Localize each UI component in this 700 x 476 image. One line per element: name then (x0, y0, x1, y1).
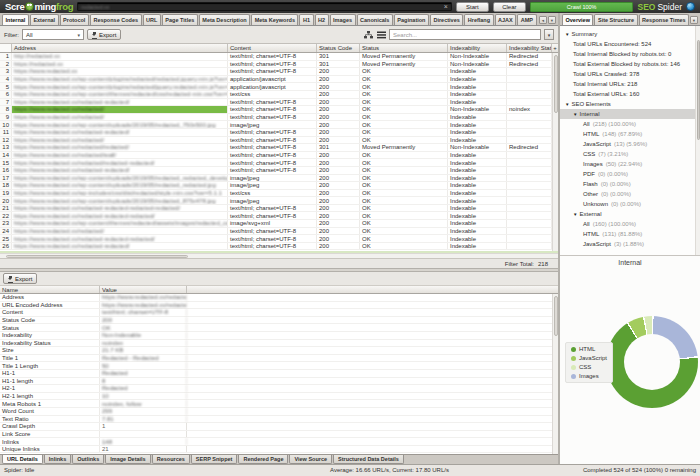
bottom-tab-outlinks[interactable]: Outlinks (72, 455, 104, 464)
overview-item-total-urls-crawled-378[interactable]: Total URLs Crawled: 378 (560, 69, 700, 79)
filter-dropdown[interactable]: All ▾ (22, 29, 84, 40)
table-row[interactable]: 18https://www.redacted.xx/wp-content/upl… (0, 182, 558, 190)
cell-address[interactable]: https://www.redacted.xx/redacted-redacte… (12, 167, 228, 174)
tree-view-icon[interactable] (363, 30, 373, 39)
cell-address[interactable]: https://www.redacted.xx/redacted/redacte… (12, 159, 228, 166)
overview-item-internal[interactable]: ▼Internal (560, 109, 700, 119)
bottom-tab-rendered-page[interactable]: Rendered Page (238, 455, 288, 464)
tab-protocol[interactable]: Protocol (60, 14, 89, 25)
overview-item-javascript[interactable]: JavaScript(13) (5.96%) (560, 139, 700, 149)
col-content[interactable]: Content (228, 44, 317, 52)
table-row[interactable]: 7https://www.redacted.xx/redacted-redact… (0, 99, 558, 107)
overview-item-total-external-urls-160[interactable]: Total External URLs: 160 (560, 89, 700, 99)
table-horizontal-scrollbar[interactable] (0, 253, 558, 258)
table-row[interactable]: 6https://www.redacted.xx/wp-content/them… (0, 91, 558, 99)
col-indexability[interactable]: Indexability (448, 44, 507, 52)
overview-item-html[interactable]: HTML(131) (81.88%) (560, 229, 700, 239)
tab-amp[interactable]: AMP (517, 14, 536, 25)
cell-address[interactable]: https://www.redacted.xx/redacted-redacte… (12, 99, 228, 106)
table-row[interactable]: 22https://www.redacted.xx/redacted-redac… (0, 212, 558, 220)
tab-directives[interactable]: Directives (430, 14, 463, 25)
scrollbar-thumb[interactable] (697, 40, 700, 140)
bottom-tab-resources[interactable]: Resources (152, 455, 190, 464)
table-row[interactable]: 3https://www.redacted.xxtext/html; chars… (0, 68, 558, 76)
table-row[interactable]: 15https://www.redacted.xx/redacted/redac… (0, 159, 558, 167)
export-button[interactable]: Export (87, 29, 121, 40)
overview-item-total-external-blocked-by-robots-txt-146[interactable]: Total External Blocked by robots.txt: 14… (560, 59, 700, 69)
cell-address[interactable]: https://www.redacted.xx/wp-content/plugi… (12, 76, 228, 83)
overview-item-flash[interactable]: Flash(0) (0.00%) (560, 179, 700, 189)
details-row[interactable]: IndexabilityNon-Indexable (0, 332, 558, 340)
details-row[interactable]: Word Count299 (0, 408, 558, 416)
tab-images[interactable]: Images (330, 14, 356, 25)
tab-scroll-left-icon[interactable]: ◂ (539, 16, 547, 24)
tab-h1[interactable]: H1 (299, 14, 313, 25)
details-row[interactable]: H2-1Redacted (0, 385, 558, 393)
col-name[interactable]: Name (0, 286, 100, 293)
cell-address[interactable]: https://www.redacted.xx/redacted/ (12, 106, 228, 113)
cell-address[interactable]: https://www.redacted.xx/wp-content/uploa… (12, 121, 228, 128)
panel-tab-response-times[interactable]: Response Times (639, 14, 689, 25)
table-row[interactable]: 26https://www.redacted.xx/redacted-redac… (0, 243, 558, 251)
tab-hreflang[interactable]: Hreflang (464, 14, 493, 25)
table-row[interactable]: 5https://www.redacted.xx/wp-content/plug… (0, 83, 558, 91)
details-row[interactable]: Title 1 Length50 (0, 362, 558, 370)
table-row[interactable]: 24https://www.redacted.xx/redacted/text/… (0, 228, 558, 236)
cell-address[interactable]: https://www.redacted.xx/redacted-redacte… (12, 212, 228, 219)
overview-item-images[interactable]: Images(50) (22.94%) (560, 159, 700, 169)
details-row[interactable]: Title 1Redacted - Redacted (0, 355, 558, 363)
bottom-tab-inlinks[interactable]: Inlinks (44, 455, 71, 464)
cell-address[interactable]: https://www.redacted.xx/wp-content/uploa… (12, 175, 228, 182)
table-row[interactable]: 12https://www.redacted.xx/redacted/text/… (0, 137, 558, 145)
details-row[interactable]: H2-1 length10 (0, 393, 558, 401)
cell-address[interactable]: http://redacted.xx (12, 53, 228, 60)
cell-address[interactable]: https://www.redacted.xx/redacted-redacte… (12, 235, 228, 242)
table-row[interactable]: 19https://www.redacted.xx/wp-includes/cs… (0, 190, 558, 198)
cell-address[interactable]: https://www.redacted.xx/redacted/redacte… (12, 144, 228, 151)
cell-address[interactable]: https://redacted.xx (12, 61, 228, 68)
tab-meta-description[interactable]: Meta Description (199, 14, 250, 25)
scrollbar-thumb[interactable] (554, 55, 558, 113)
overview-item-unknown[interactable]: Unknown(0) (0.00%) (560, 199, 700, 209)
table-row[interactable]: 8https://www.redacted.xx/redacted/text/h… (0, 106, 558, 114)
cell-address[interactable]: https://www.redacted.xx/redacted/wall/ (12, 152, 228, 159)
tab-response-codes[interactable]: Response Codes (90, 14, 142, 25)
details-row[interactable]: H1-1 length8 (0, 378, 558, 386)
tab-ajax[interactable]: AJAX (495, 14, 517, 25)
url-input[interactable]: redacted.xx × (77, 2, 452, 11)
table-row[interactable]: 25https://www.redacted.xx/redacted-redac… (0, 235, 558, 243)
cell-address[interactable]: https://www.redacted.xx/wp-content/uploa… (12, 197, 228, 204)
tab-h2[interactable]: H2 (315, 14, 329, 25)
details-row[interactable]: URL Encoded Addresshttps://www.redacted.… (0, 302, 558, 310)
bottom-tab-serp-snippet[interactable]: SERP Snippet (191, 455, 238, 464)
bottom-tab-url-details[interactable]: URL Details (2, 455, 43, 464)
details-row[interactable]: Status Code200 (0, 317, 558, 325)
details-row[interactable]: Contenttext/html; charset=UTF-8 (0, 309, 558, 317)
table-row[interactable]: 9https://www.redacted.xx/redacted/text/h… (0, 114, 558, 122)
overview-item-all[interactable]: All(160) (100.00%) (560, 219, 700, 229)
tab-overflow-icon[interactable]: ▾ (548, 16, 556, 24)
tab-pagination[interactable]: Pagination (394, 14, 429, 25)
details-row[interactable]: Addresshttps://www.redacted.xx/redacted/ (0, 294, 558, 302)
details-row[interactable]: Unique Inlinks21 (0, 446, 558, 454)
add-column-icon[interactable]: + (552, 44, 558, 52)
overview-item-summary[interactable]: ▼Summary (560, 29, 700, 39)
overview-item-total-urls-encountered-524[interactable]: Total URLs Encountered: 524 (560, 39, 700, 49)
search-input[interactable] (393, 32, 537, 38)
cell-address[interactable]: https://www.redacted.xx/redacted/ (12, 137, 228, 144)
col-status[interactable]: Status (360, 44, 448, 52)
overview-item-html[interactable]: HTML(148) (67.89%) (560, 129, 700, 139)
cell-address[interactable]: https://www.redacted.xx/wp-content/plugi… (12, 83, 228, 90)
table-row[interactable]: 2https://redacted.xxtext/html; charset=U… (0, 61, 558, 69)
tab-url[interactable]: URL (143, 14, 161, 25)
bottom-tab-view-source[interactable]: View Source (289, 455, 332, 464)
cell-address[interactable]: https://www.redacted.xx/wp-content/uploa… (12, 182, 228, 189)
list-view-icon[interactable] (376, 30, 386, 39)
overview-item-pdf[interactable]: PDF(0) (0.00%) (560, 169, 700, 179)
details-row[interactable]: Meta Robots 1noindex, follow (0, 400, 558, 408)
col-indexability-status[interactable]: Indexability Status (507, 44, 552, 52)
clear-url-icon[interactable]: × (444, 4, 448, 10)
table-row[interactable]: 1http://redacted.xxtext/html; charset=UT… (0, 53, 558, 61)
overview-item-other[interactable]: Other(0) (0.00%) (560, 189, 700, 199)
clear-button[interactable]: Clear (493, 2, 526, 12)
